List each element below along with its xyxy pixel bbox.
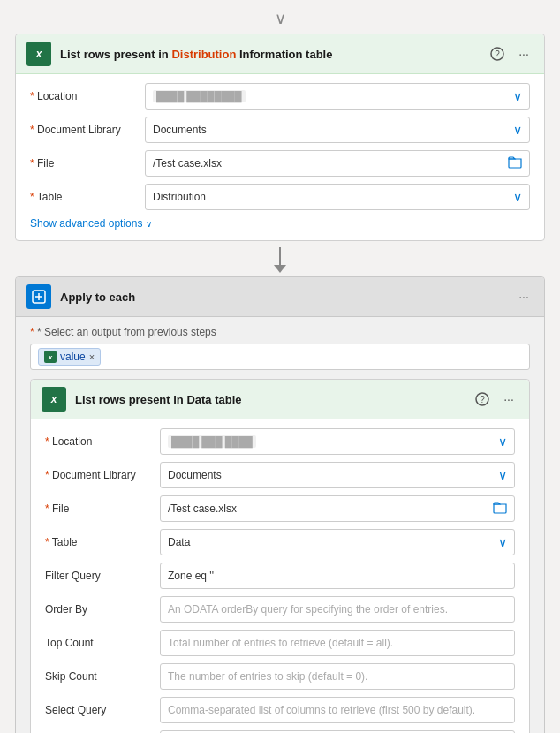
file-row-1: * File /Test case.xlsx (30, 150, 530, 177)
apply-to-each-header: Apply to each ··· (16, 277, 544, 317)
select-query-row: Select Query Comma-separated list of col… (45, 697, 515, 723)
table-input-1[interactable]: Distribution ∨ (145, 184, 530, 210)
skip-count-placeholder: The number of entries to skip (default =… (168, 670, 367, 683)
file-label-2: * File (45, 503, 160, 515)
skip-count-label: Skip Count (45, 670, 160, 683)
remove-tag-btn[interactable]: × (89, 351, 95, 362)
select-query-input[interactable]: Comma-separated list of columns to retri… (160, 697, 515, 723)
table-row-1: * Table Distribution ∨ (30, 184, 530, 210)
location-label-2: * Location (45, 435, 160, 448)
select-query-placeholder: Comma-separated list of columns to retri… (168, 704, 475, 716)
table-input-2[interactable]: Data ∨ (160, 529, 515, 555)
apply-icon (26, 284, 51, 309)
data-table-card-title: List rows present in Data table (75, 393, 473, 406)
file-folder-icon-1 (508, 156, 522, 171)
select-query-label: Select Query (45, 704, 160, 716)
filter-query-value: Zone eq '' (168, 570, 214, 582)
apply-to-each-body: * * Select an output from previous steps… (16, 317, 544, 733)
select-output-text: * Select an output from previous steps (37, 326, 216, 338)
doc-library-row-2: * Document Library Documents ∨ (45, 462, 515, 488)
location-row-1: * Location ████ ████████ ∨ (30, 83, 530, 110)
more-icon-distribution[interactable]: ··· (514, 44, 534, 64)
file-input-2[interactable]: /Test case.xlsx (160, 495, 515, 522)
doc-library-row-1: * Document Library Documents ∨ (30, 117, 530, 143)
distribution-card-body: * Location ████ ████████ ∨ * Document Li… (16, 74, 544, 240)
file-label-1: * File (30, 157, 145, 170)
data-table-card-actions: ? ··· (473, 389, 518, 409)
help-icon-data[interactable]: ? (473, 389, 492, 409)
location-chevron-1: ∨ (513, 89, 522, 103)
excel-icon-distribution: x (26, 42, 51, 66)
help-icon-distribution[interactable]: ? (488, 44, 507, 64)
svg-text:?: ? (480, 395, 485, 404)
location-row-2: * Location ████ ███ ████ ∨ (45, 428, 515, 455)
top-count-input[interactable]: Total number of entries to retrieve (def… (160, 630, 515, 656)
skip-count-row: Skip Count The number of entries to skip… (45, 663, 515, 690)
table-value-1: Distribution (153, 191, 206, 203)
top-count-row: Top Count Total number of entries to ret… (45, 630, 515, 656)
doc-library-label-1: * Document Library (30, 124, 145, 136)
table-value-2: Data (168, 536, 190, 548)
order-by-row: Order By An ODATA orderBy query for spec… (45, 596, 515, 623)
tag-input-area[interactable]: x value × (30, 344, 530, 370)
value-tag: x value × (38, 348, 101, 366)
file-input-1[interactable]: /Test case.xlsx (145, 150, 530, 177)
doc-library-chevron-1: ∨ (513, 123, 522, 137)
location-masked-2: ████ ███ ████ (168, 435, 256, 448)
doc-library-value-2: Documents (168, 469, 222, 481)
show-advanced-label-1: Show advanced options (30, 217, 142, 230)
location-masked-1: ████ ████████ (153, 90, 246, 102)
location-input-1[interactable]: ████ ████████ ∨ (145, 83, 530, 110)
more-icon-apply[interactable]: ··· (514, 287, 534, 306)
file-value-1: /Test case.xlsx (153, 157, 222, 170)
table-label-1: * Table (30, 191, 145, 203)
top-chevron: ∨ (275, 9, 286, 28)
svg-text:?: ? (495, 49, 500, 59)
table-row-2: * Table Data ∨ (45, 529, 515, 555)
doc-library-input-1[interactable]: Documents ∨ (145, 117, 530, 143)
file-value-2: /Test case.xlsx (168, 503, 237, 515)
doc-library-label-2: * Document Library (45, 469, 160, 481)
distribution-card-header: x List rows present in Distribution Info… (16, 34, 544, 74)
distribution-card-actions: ? ··· (488, 44, 534, 64)
apply-to-each-card: Apply to each ··· * * Select an output f… (15, 276, 545, 733)
distribution-card: x List rows present in Distribution Info… (15, 34, 545, 241)
filter-query-label: Filter Query (45, 570, 160, 582)
skip-count-input[interactable]: The number of entries to skip (default =… (160, 663, 515, 690)
table-label-2: * Table (45, 536, 160, 548)
data-table-card-header: x List rows present in Data table ? ··· (31, 380, 529, 419)
arrow-1 (271, 246, 289, 273)
location-input-2[interactable]: ████ ███ ████ ∨ (160, 428, 515, 455)
location-chevron-2: ∨ (498, 435, 507, 449)
distribution-card-title: List rows present in Distribution Inform… (60, 48, 488, 61)
doc-library-chevron-2: ∨ (498, 468, 507, 482)
order-by-placeholder: An ODATA orderBy query for specifying th… (168, 603, 448, 616)
location-label-1: * Location (30, 90, 145, 102)
apply-to-each-title: Apply to each (60, 291, 514, 304)
doc-library-input-2[interactable]: Documents ∨ (160, 462, 515, 488)
table-chevron-1: ∨ (513, 190, 522, 204)
show-advanced-btn-1[interactable]: Show advanced options ∨ (30, 217, 530, 230)
filter-query-row: Filter Query Zone eq '' (45, 563, 515, 589)
file-row-2: * File /Test case.xlsx (45, 495, 515, 522)
excel-icon-data: x (42, 387, 66, 412)
excel-tag-icon: x (44, 351, 57, 363)
table-chevron-2: ∨ (498, 535, 507, 549)
filter-query-input[interactable]: Zone eq '' (160, 563, 515, 589)
data-table-card: x List rows present in Data table ? ··· (30, 379, 530, 733)
more-icon-data[interactable]: ··· (499, 389, 518, 409)
order-by-label: Order By (45, 603, 160, 616)
tag-label: value (60, 351, 86, 363)
data-table-card-body: * Location ████ ███ ████ ∨ * Document Li… (31, 419, 529, 733)
top-count-label: Top Count (45, 637, 160, 649)
select-output-label: * * Select an output from previous steps (30, 326, 530, 338)
doc-library-value-1: Documents (153, 124, 207, 136)
order-by-input[interactable]: An ODATA orderBy query for specifying th… (160, 596, 515, 623)
show-advanced-chevron-1: ∨ (146, 219, 152, 229)
top-count-placeholder: Total number of entries to retrieve (def… (168, 637, 393, 649)
file-folder-icon-2 (493, 502, 507, 517)
